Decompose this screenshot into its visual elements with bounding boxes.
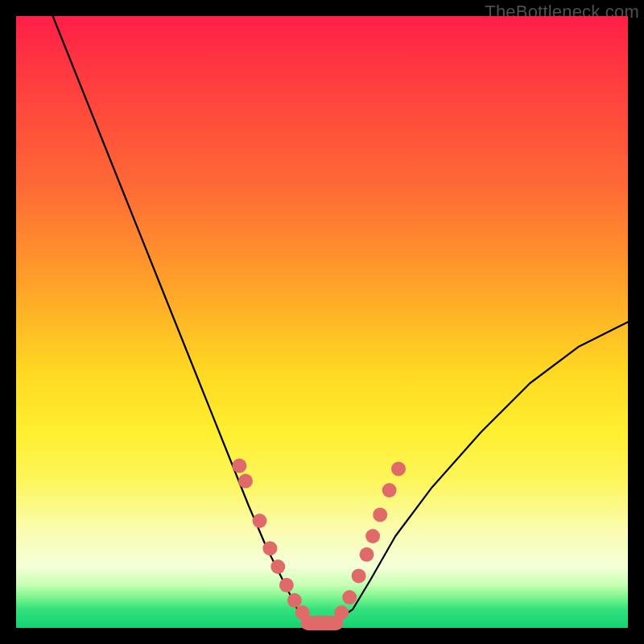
series-v-curve: [53, 16, 628, 621]
dot-left-dots-4: [270, 559, 285, 574]
dot-left-dots-1: [238, 474, 253, 489]
dot-left-dots-2: [253, 514, 267, 528]
dot-right-dots-1: [342, 590, 357, 605]
dot-right-dots-6: [382, 483, 397, 497]
segment-bottom-bar: [300, 616, 343, 630]
dot-right-dots-2: [352, 568, 366, 583]
chart-layers: [53, 16, 628, 630]
dot-right-dots-7: [391, 461, 406, 476]
dot-left-dots-0: [232, 459, 246, 473]
dot-left-dots-6: [287, 593, 302, 608]
chart-svg: [16, 16, 628, 628]
outer-frame: TheBottleneck.com: [0, 0, 644, 644]
dot-left-dots-3: [262, 541, 277, 555]
dot-left-dots-5: [279, 578, 294, 592]
gradient-plot-area: [16, 16, 628, 628]
dot-right-dots-4: [365, 529, 380, 543]
dot-right-dots-3: [360, 547, 374, 562]
dot-right-dots-5: [373, 507, 387, 522]
